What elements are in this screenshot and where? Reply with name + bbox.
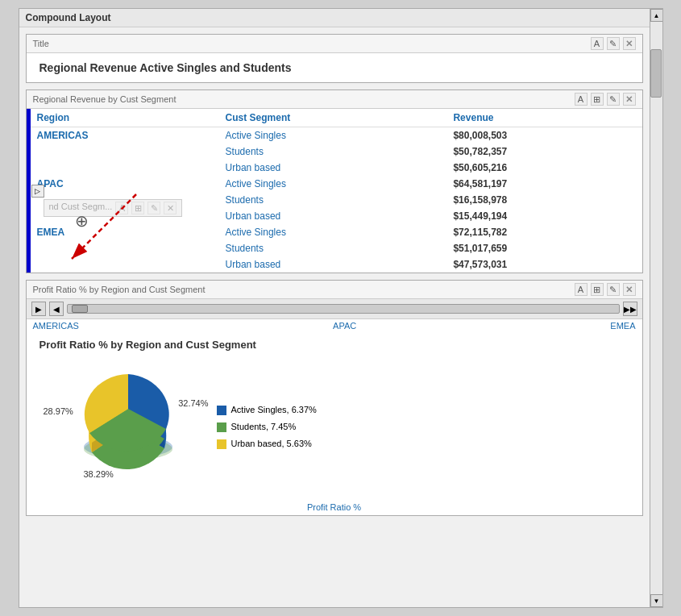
col-region: Region (31, 109, 219, 127)
ghost-section-header: nd Cust Segm... A ⊞ ✎ ✕ (44, 199, 183, 217)
chart-grid-icon[interactable]: ⊞ (591, 283, 604, 296)
cell-region (31, 144, 219, 160)
table-grid-icon[interactable]: ⊞ (591, 93, 604, 106)
cell-revenue: $15,449,194 (446, 208, 642, 224)
cell-region: APAC (31, 176, 219, 192)
region-emea: EMEA (610, 321, 635, 331)
col-cust-segment: Cust Segment (219, 109, 447, 127)
cell-revenue: $51,017,659 (446, 240, 642, 256)
slider-thumb[interactable] (72, 305, 88, 313)
title-section-label: Title (33, 39, 49, 48)
table-row: Students $51,017,659 (31, 240, 642, 256)
cell-cust-seg: Active Singles (219, 176, 447, 192)
cell-cust-seg: Students (219, 192, 447, 208)
cell-revenue: $64,581,197 (446, 176, 642, 192)
region-americas: AMERICAS (33, 321, 79, 331)
scroll-thumb[interactable] (650, 49, 662, 98)
table-row: Urban based $47,573,031 (31, 256, 642, 273)
scroll-up-arrow[interactable]: ▲ (650, 9, 663, 22)
chart-section-panel: Profit Ratio % by Region and Cust Segmen… (26, 280, 643, 516)
cell-revenue: $47,573,031 (446, 256, 642, 273)
chart-text-icon[interactable]: A (575, 283, 588, 296)
ghost-icon4: ✕ (164, 202, 176, 214)
scrollbar[interactable]: ▲ ▼ (650, 9, 662, 607)
title-text-icon[interactable]: A (591, 37, 604, 50)
cell-region (31, 240, 219, 256)
chart-content: 28.97% 32.74% 38.29% (27, 354, 642, 499)
pie-label-left: 28.97% (44, 406, 73, 416)
legend-color (217, 422, 226, 432)
compound-layout-title: Compound Layout (19, 9, 662, 27)
cell-cust-seg: Active Singles (219, 224, 447, 240)
table-close-icon[interactable]: ✕ (623, 93, 636, 106)
cell-region: EMEA (31, 224, 219, 240)
title-header-icons: A ✎ ✕ (591, 37, 636, 50)
ghost-icon3: ✎ (147, 202, 160, 214)
slider-track[interactable] (67, 304, 620, 314)
title-section-header: Title A ✎ ✕ (27, 35, 642, 53)
legend-color (217, 406, 226, 415)
left-expand-arrow[interactable]: ▷ (31, 185, 44, 198)
play-btn[interactable]: ▶ (31, 302, 46, 316)
title-edit-icon[interactable]: ✎ (607, 37, 620, 50)
x-axis-label: Profit Ratio % (27, 499, 642, 515)
cell-cust-seg: Urban based (219, 160, 447, 176)
legend-color (217, 439, 226, 449)
chart-section-header: Profit Ratio % by Region and Cust Segmen… (27, 281, 642, 299)
region-apac: APAC (333, 321, 356, 331)
cell-cust-seg: Students (219, 144, 447, 160)
cell-region (31, 160, 219, 176)
chart-section-label: Profit Ratio % by Region and Cust Segmen… (33, 285, 206, 294)
region-labels: AMERICAS APAC EMEA (27, 319, 642, 332)
pie-label-right: 32.74% (178, 398, 208, 408)
legend-label: Students, 7.45% (231, 422, 297, 431)
table-row: APAC Active Singles $64,581,197 (31, 176, 642, 192)
legend-item: Active Singles, 6.37% (217, 405, 317, 415)
title-section-panel: Title A ✎ ✕ Regional Revenue Active Sing… (26, 34, 643, 83)
cell-revenue: $80,008,503 (446, 127, 642, 144)
table-row: Students $50,782,357 (31, 144, 642, 160)
ghost-label: nd Cust Segm... (49, 202, 113, 214)
title-content: Regional Revenue Active Singles and Stud… (27, 53, 642, 82)
table-row: EMEA Active Singles $72,115,782 (31, 224, 642, 240)
table-section-header: Regional Revenue by Cust Segment A ⊞ ✎ ✕ (27, 90, 642, 109)
data-table: Region Cust Segment Revenue AMERICAS Act… (31, 109, 642, 273)
cell-region: AMERICAS (31, 127, 219, 144)
cell-cust-seg: Students (219, 240, 447, 256)
main-panel: Compound Layout Title A ✎ ✕ Regional Rev… (19, 8, 663, 608)
cell-cust-seg: Urban based (219, 256, 447, 273)
content-area[interactable]: Title A ✎ ✕ Regional Revenue Active Sing… (19, 27, 650, 608)
ghost-icon2: ⊞ (131, 202, 144, 214)
cell-cust-seg: Active Singles (219, 127, 447, 144)
pie-label-bottom: 38.29% (84, 469, 114, 479)
outer-container: Compound Layout Title A ✎ ✕ Regional Rev… (0, 0, 681, 616)
pie-svg (64, 362, 193, 475)
legend-item: Urban based, 5.63% (217, 439, 317, 449)
fwd-btn[interactable]: ▶▶ (623, 302, 637, 316)
table-edit-icon[interactable]: ✎ (607, 93, 620, 106)
cell-cust-seg: Urban based (219, 208, 447, 224)
table-section-panel: Regional Revenue by Cust Segment A ⊞ ✎ ✕… (26, 89, 643, 273)
blue-bar (27, 109, 31, 273)
title-close-icon[interactable]: ✕ (623, 37, 636, 50)
chart-legend: Active Singles, 6.37% Students, 7.45% Ur… (217, 405, 317, 449)
pie-container: 28.97% 32.74% 38.29% (39, 362, 201, 491)
table-wrapper: Region Cust Segment Revenue AMERICAS Act… (31, 109, 642, 273)
chart-title: Profit Ratio % by Region and Cust Segmen… (27, 332, 642, 354)
cell-revenue: $72,115,782 (446, 224, 642, 240)
table-body: ▷ Region Cust Segment Revenue (27, 109, 642, 273)
table-header-row: Region Cust Segment Revenue (31, 109, 642, 127)
table-section-label: Regional Revenue by Cust Segment (33, 94, 176, 104)
table-text-icon[interactable]: A (575, 93, 588, 106)
legend-label: Urban based, 5.63% (231, 439, 312, 448)
chart-close-icon[interactable]: ✕ (623, 283, 636, 296)
table-row: AMERICAS Active Singles $80,008,503 (31, 127, 642, 144)
chart-header-icons: A ⊞ ✎ ✕ (575, 283, 636, 296)
cell-revenue: $50,782,357 (446, 144, 642, 160)
scroll-down-arrow[interactable]: ▼ (650, 594, 663, 607)
legend-item: Students, 7.45% (217, 422, 317, 432)
table-row: Urban based $50,605,216 (31, 160, 642, 176)
title-text: Regional Revenue Active Singles and Stud… (39, 61, 292, 74)
chart-edit-icon[interactable]: ✎ (607, 283, 620, 296)
back-btn[interactable]: ◀ (49, 302, 64, 316)
